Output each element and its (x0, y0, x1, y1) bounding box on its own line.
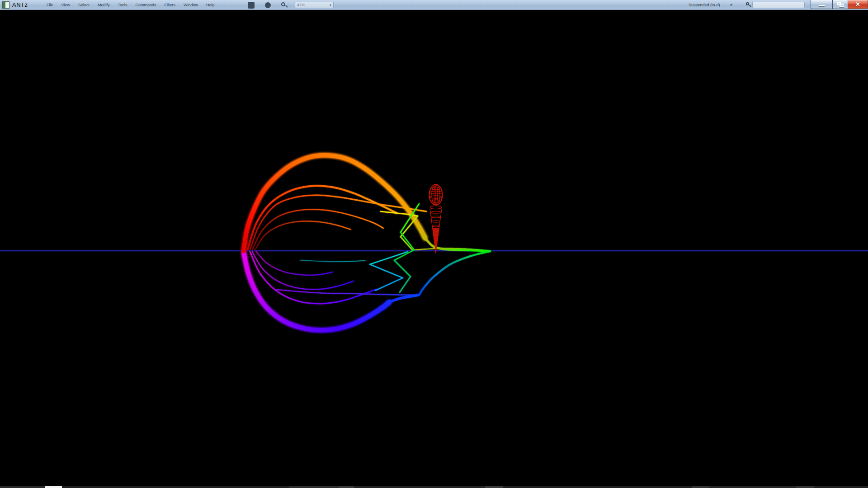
minimize-button[interactable] (811, 0, 832, 9)
menu-item[interactable]: Help (202, 0, 219, 10)
app-icon (2, 1, 9, 9)
zoom-value: 47% (297, 3, 305, 7)
menubar: FileViewSelectModifyToolsCommandsFilters… (42, 0, 218, 10)
zoom-combo[interactable]: 47% ▾ (295, 2, 334, 8)
titlebar-search-lens (746, 2, 749, 5)
window-controls: ✕ (811, 0, 868, 9)
menu-item[interactable]: Modify (94, 0, 114, 10)
chevron-down-icon: ▾ (330, 3, 331, 7)
taskbar-sliver[interactable] (0, 486, 868, 488)
titlebar-search-icon (746, 2, 751, 8)
menu-item[interactable]: View (57, 0, 74, 10)
grid-icon[interactable] (248, 2, 255, 9)
titlebar-search-input[interactable] (752, 2, 805, 8)
restore-icon (837, 2, 844, 7)
taskbar-segment (339, 486, 354, 488)
menu-item[interactable]: Window (179, 0, 202, 10)
menu-item[interactable]: File (42, 0, 57, 10)
taskbar-segment (692, 486, 709, 488)
record-icon[interactable] (265, 2, 271, 8)
taskbar-segment (796, 486, 814, 488)
taskbar-segment (503, 486, 692, 488)
search-icon[interactable] (281, 2, 288, 9)
viewport-canvas[interactable] (0, 0, 868, 488)
window-title: ANTz (12, 1, 28, 8)
taskbar-segment (0, 486, 45, 488)
menu-item[interactable]: Tools (113, 0, 131, 10)
status-arrow-icon: ▸ (731, 2, 733, 7)
menu-item[interactable]: Filters (160, 0, 179, 10)
taskbar-segment (45, 486, 62, 488)
taskbar-segment (814, 486, 868, 488)
taskbar-segment (354, 486, 485, 488)
titlebar: ANTz FileViewSelectModifyToolsCommandsFi… (0, 0, 868, 10)
antz-window: ANTz FileViewSelectModifyToolsCommandsFi… (0, 0, 868, 488)
search-handle (285, 5, 288, 8)
restore-button[interactable] (832, 0, 848, 9)
search-lens (281, 2, 285, 6)
taskbar-segment (485, 486, 503, 488)
status-label: Suspended (to-d) (689, 3, 720, 7)
taskbar-segment (709, 486, 796, 488)
menu-item[interactable]: Select (74, 0, 94, 10)
taskbar-segment (289, 486, 339, 488)
close-icon: ✕ (855, 1, 860, 8)
menu-item[interactable]: Commands (131, 0, 160, 10)
minimize-icon (819, 5, 825, 6)
close-button[interactable]: ✕ (848, 0, 868, 9)
titlebar-search-handle (749, 5, 751, 7)
taskbar-segment (62, 486, 289, 488)
